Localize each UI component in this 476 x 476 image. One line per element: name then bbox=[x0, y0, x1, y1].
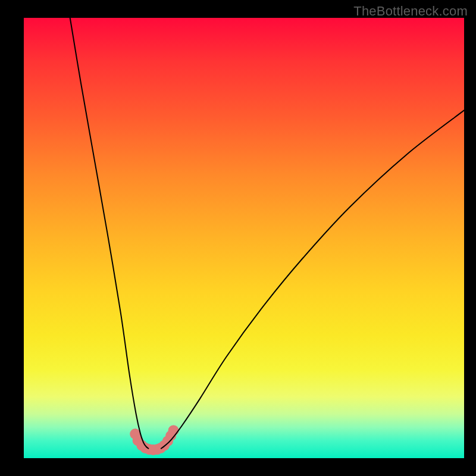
chart-plot-area bbox=[24, 18, 464, 458]
series-marker bbox=[168, 425, 179, 436]
series-right-branch bbox=[161, 110, 464, 448]
watermark-text: TheBottleneck.com bbox=[353, 4, 468, 19]
series-path bbox=[161, 110, 464, 448]
series-left-branch bbox=[70, 18, 149, 449]
chart-frame: TheBottleneck.com bbox=[0, 0, 476, 476]
series-path bbox=[70, 18, 149, 449]
chart-svg bbox=[24, 18, 464, 458]
